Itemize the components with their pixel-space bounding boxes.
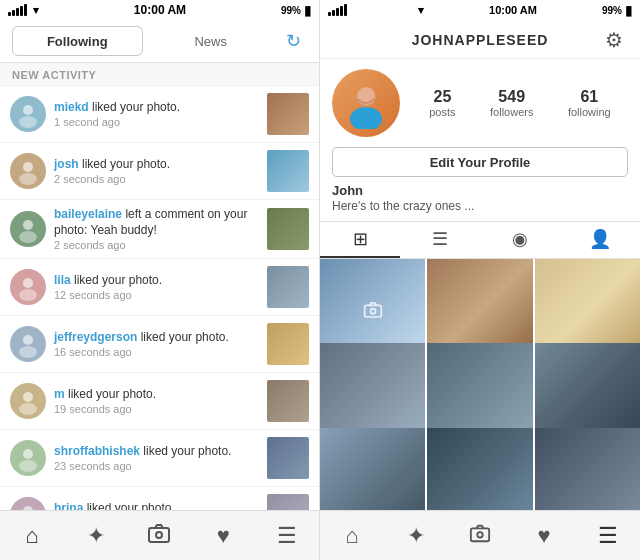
refresh-button[interactable]: ↻ bbox=[279, 27, 307, 55]
left-time: 10:00 AM bbox=[39, 3, 281, 17]
right-battery-percent: 99% bbox=[602, 5, 622, 16]
nav-heart-button[interactable]: ♥ bbox=[201, 514, 245, 558]
svg-point-1 bbox=[19, 116, 37, 128]
activity-action: liked your photo. bbox=[74, 273, 162, 287]
right-nav-heart-button[interactable]: ♥ bbox=[522, 514, 566, 558]
camera-overlay-icon bbox=[363, 299, 383, 324]
explore-icon: ✦ bbox=[87, 523, 105, 549]
profile-bio: John Here's to the crazy ones ... bbox=[320, 183, 640, 221]
profile-info: 25 posts 549 followers 61 following bbox=[320, 59, 640, 143]
activity-content: lila liked your photo. 12 seconds ago bbox=[54, 273, 259, 302]
activity-username: shroffabhishek bbox=[54, 444, 140, 458]
activity-avatar bbox=[10, 326, 46, 362]
activity-content: m liked your photo. 19 seconds ago bbox=[54, 387, 259, 416]
list-item[interactable]: m liked your photo. 19 seconds ago bbox=[0, 373, 319, 430]
activity-text: baileyelaine left a comment on your phot… bbox=[54, 207, 259, 238]
section-label: NEW ACTIVITY bbox=[0, 63, 319, 86]
nav-explore-button[interactable]: ✦ bbox=[74, 514, 118, 558]
activity-avatar bbox=[10, 440, 46, 476]
activity-content: baileyelaine left a comment on your phot… bbox=[54, 207, 259, 251]
profile-stats: 25 posts 549 followers 61 following bbox=[412, 88, 628, 118]
svg-point-3 bbox=[19, 173, 37, 185]
list-item[interactable]: baileyelaine left a comment on your phot… bbox=[0, 200, 319, 259]
grid-view-tab[interactable]: ⊞ bbox=[320, 222, 400, 258]
battery-percent: 99% bbox=[281, 5, 301, 16]
activity-action: liked your photo. bbox=[82, 157, 170, 171]
edit-profile-button[interactable]: Edit Your Profile bbox=[332, 147, 628, 177]
activity-thumbnail bbox=[267, 93, 309, 135]
nav-home-button[interactable]: ⌂ bbox=[10, 514, 54, 558]
svg-rect-18 bbox=[149, 528, 169, 542]
svg-point-12 bbox=[23, 449, 33, 459]
svg-point-19 bbox=[156, 532, 162, 538]
activity-thumbnail bbox=[267, 380, 309, 422]
photo-cell[interactable] bbox=[535, 428, 640, 510]
activity-text: shroffabhishek liked your photo. bbox=[54, 444, 259, 460]
right-battery-icon: ▮ bbox=[625, 3, 632, 18]
location-icon: ◉ bbox=[512, 228, 528, 250]
tag-view-tab[interactable]: 👤 bbox=[560, 222, 640, 258]
activity-text: miekd liked your photo. bbox=[54, 100, 259, 116]
activity-avatar bbox=[10, 269, 46, 305]
activity-content: jeffreydgerson liked your photo. 16 seco… bbox=[54, 330, 259, 359]
activity-list: miekd liked your photo. 1 second ago jos… bbox=[0, 86, 319, 510]
followers-count: 549 bbox=[498, 88, 525, 106]
signal-icon bbox=[8, 4, 27, 16]
profile-username: JOHNAPPLESEED bbox=[360, 32, 600, 48]
posts-count: 25 bbox=[433, 88, 451, 106]
list-item[interactable]: brina liked your photo. 43 seconds ago bbox=[0, 487, 319, 510]
settings-button[interactable]: ⚙ bbox=[600, 26, 628, 54]
right-home-icon: ⌂ bbox=[345, 523, 358, 549]
view-tabs: ⊞ ☰ ◉ 👤 bbox=[320, 221, 640, 259]
list-item[interactable]: josh liked your photo. 2 seconds ago bbox=[0, 143, 319, 200]
activity-username: josh bbox=[54, 157, 79, 171]
right-nav-explore-button[interactable]: ✦ bbox=[394, 514, 438, 558]
photo-cell[interactable] bbox=[427, 428, 532, 510]
list-item[interactable]: shroffabhishek liked your photo. 23 seco… bbox=[0, 430, 319, 487]
stat-following: 61 following bbox=[568, 88, 611, 118]
right-nav-home-button[interactable]: ⌂ bbox=[330, 514, 374, 558]
activity-avatar bbox=[10, 96, 46, 132]
right-signal-icon bbox=[328, 4, 347, 16]
activity-time: 19 seconds ago bbox=[54, 403, 259, 415]
svg-point-0 bbox=[23, 105, 33, 115]
list-item[interactable]: jeffreydgerson liked your photo. 16 seco… bbox=[0, 316, 319, 373]
right-nav-camera-button[interactable] bbox=[458, 514, 502, 558]
activity-time: 12 seconds ago bbox=[54, 289, 259, 301]
activity-text: lila liked your photo. bbox=[54, 273, 259, 289]
location-view-tab[interactable]: ◉ bbox=[480, 222, 560, 258]
photo-cell[interactable] bbox=[320, 428, 425, 510]
activity-time: 16 seconds ago bbox=[54, 346, 259, 358]
list-item[interactable]: miekd liked your photo. 1 second ago bbox=[0, 86, 319, 143]
right-nav-profile-button[interactable]: ☰ bbox=[586, 514, 630, 558]
tab-news[interactable]: News bbox=[147, 26, 276, 56]
svg-point-9 bbox=[19, 346, 37, 358]
photo-grid bbox=[320, 259, 640, 510]
nav-camera-button[interactable] bbox=[137, 514, 181, 558]
following-count: 61 bbox=[580, 88, 598, 106]
battery-icon: ▮ bbox=[304, 3, 311, 18]
activity-thumbnail bbox=[267, 266, 309, 308]
right-time: 10:00 AM bbox=[489, 4, 537, 16]
tab-following[interactable]: Following bbox=[12, 26, 143, 56]
activity-username: jeffreydgerson bbox=[54, 330, 137, 344]
activity-avatar bbox=[10, 211, 46, 247]
right-explore-icon: ✦ bbox=[407, 523, 425, 549]
gear-icon: ⚙ bbox=[605, 28, 623, 52]
camera-icon bbox=[147, 521, 171, 551]
posts-label: posts bbox=[429, 106, 455, 118]
svg-point-10 bbox=[23, 392, 33, 402]
activity-username: lila bbox=[54, 273, 71, 287]
activity-text: brina liked your photo. bbox=[54, 501, 259, 510]
nav-profile-button[interactable]: ☰ bbox=[265, 514, 309, 558]
svg-point-26 bbox=[477, 532, 483, 538]
following-label: following bbox=[568, 106, 611, 118]
right-camera-icon bbox=[469, 522, 491, 550]
list-view-tab[interactable]: ☰ bbox=[400, 222, 480, 258]
activity-content: josh liked your photo. 2 seconds ago bbox=[54, 157, 259, 186]
bio-name: John bbox=[332, 183, 628, 198]
activity-time: 2 seconds ago bbox=[54, 239, 259, 251]
list-item[interactable]: lila liked your photo. 12 seconds ago bbox=[0, 259, 319, 316]
activity-thumbnail bbox=[267, 437, 309, 479]
avatar bbox=[332, 69, 400, 137]
